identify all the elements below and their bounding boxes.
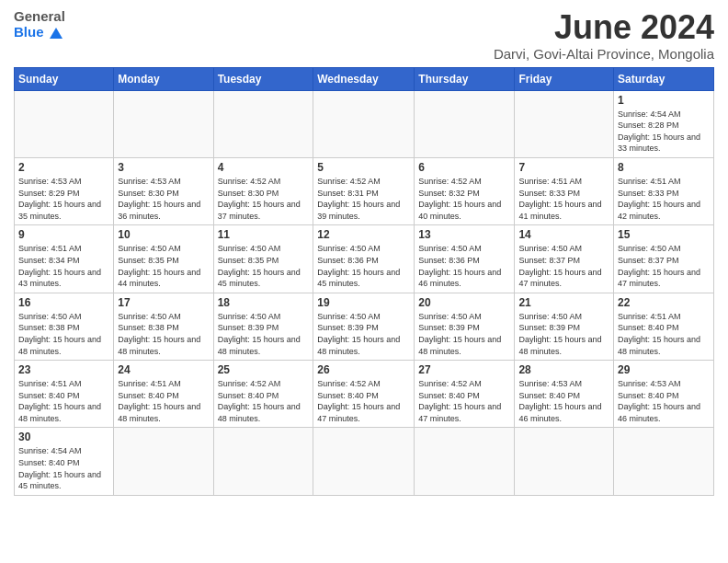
calendar-cell-w6-d7 bbox=[614, 428, 714, 495]
day-info: Sunrise: 4:53 AM Sunset: 8:40 PM Dayligh… bbox=[518, 378, 609, 424]
calendar-cell-w3-d1: 9Sunrise: 4:51 AM Sunset: 8:34 PM Daylig… bbox=[15, 225, 114, 293]
calendar-cell-w2-d1: 2Sunrise: 4:53 AM Sunset: 8:29 PM Daylig… bbox=[15, 157, 114, 224]
calendar-cell-w2-d3: 4Sunrise: 4:52 AM Sunset: 8:30 PM Daylig… bbox=[213, 157, 313, 224]
day-info: Sunrise: 4:53 AM Sunset: 8:30 PM Dayligh… bbox=[118, 176, 209, 222]
calendar-cell-w4-d7: 22Sunrise: 4:51 AM Sunset: 8:40 PM Dayli… bbox=[614, 293, 714, 360]
day-number: 27 bbox=[418, 363, 510, 376]
day-number: 6 bbox=[418, 161, 510, 174]
title-area: June 2024 Darvi, Govi-Altai Province, Mo… bbox=[494, 9, 714, 62]
calendar-week-3: 9Sunrise: 4:51 AM Sunset: 8:34 PM Daylig… bbox=[15, 225, 714, 293]
day-number: 15 bbox=[618, 228, 710, 241]
calendar-week-6: 30Sunrise: 4:54 AM Sunset: 8:40 PM Dayli… bbox=[15, 428, 714, 495]
day-number: 14 bbox=[518, 228, 609, 241]
day-info: Sunrise: 4:50 AM Sunset: 8:35 PM Dayligh… bbox=[218, 243, 310, 289]
day-number: 13 bbox=[418, 228, 510, 241]
day-info: Sunrise: 4:54 AM Sunset: 8:28 PM Dayligh… bbox=[618, 109, 710, 155]
calendar-cell-w6-d5 bbox=[415, 428, 515, 495]
page-header: General Blue June 2024 Darvi, Govi-Altai… bbox=[14, 9, 714, 62]
day-number: 19 bbox=[317, 296, 410, 309]
day-info: Sunrise: 4:50 AM Sunset: 8:37 PM Dayligh… bbox=[518, 243, 609, 289]
calendar-cell-w2-d5: 6Sunrise: 4:52 AM Sunset: 8:32 PM Daylig… bbox=[415, 157, 515, 224]
day-info: Sunrise: 4:51 AM Sunset: 8:40 PM Dayligh… bbox=[618, 311, 710, 357]
day-info: Sunrise: 4:50 AM Sunset: 8:38 PM Dayligh… bbox=[118, 311, 209, 357]
calendar-week-5: 23Sunrise: 4:51 AM Sunset: 8:40 PM Dayli… bbox=[15, 361, 714, 428]
calendar-cell-w5-d2: 24Sunrise: 4:51 AM Sunset: 8:40 PM Dayli… bbox=[114, 361, 213, 428]
day-info: Sunrise: 4:50 AM Sunset: 8:38 PM Dayligh… bbox=[18, 311, 109, 357]
day-number: 26 bbox=[317, 363, 410, 376]
calendar-cell-w3-d6: 14Sunrise: 4:50 AM Sunset: 8:37 PM Dayli… bbox=[515, 225, 614, 293]
calendar-cell-w1-d5 bbox=[415, 90, 515, 157]
calendar-cell-w4-d5: 20Sunrise: 4:50 AM Sunset: 8:39 PM Dayli… bbox=[415, 293, 515, 360]
day-number: 5 bbox=[317, 161, 410, 174]
day-info: Sunrise: 4:53 AM Sunset: 8:29 PM Dayligh… bbox=[18, 176, 109, 222]
day-number: 28 bbox=[518, 363, 609, 376]
calendar-cell-w4-d3: 18Sunrise: 4:50 AM Sunset: 8:39 PM Dayli… bbox=[213, 293, 313, 360]
day-info: Sunrise: 4:52 AM Sunset: 8:40 PM Dayligh… bbox=[317, 378, 410, 424]
day-number: 29 bbox=[618, 363, 710, 376]
logo-blue: Blue bbox=[14, 25, 63, 40]
calendar-cell-w1-d7: 1Sunrise: 4:54 AM Sunset: 8:28 PM Daylig… bbox=[614, 90, 714, 157]
calendar-cell-w1-d1 bbox=[15, 90, 114, 157]
day-info: Sunrise: 4:51 AM Sunset: 8:40 PM Dayligh… bbox=[18, 378, 109, 424]
day-number: 12 bbox=[317, 228, 410, 241]
day-number: 8 bbox=[618, 161, 710, 174]
day-info: Sunrise: 4:51 AM Sunset: 8:34 PM Dayligh… bbox=[18, 243, 109, 289]
day-number: 16 bbox=[18, 296, 109, 309]
calendar-cell-w6-d3 bbox=[213, 428, 313, 495]
day-info: Sunrise: 4:51 AM Sunset: 8:40 PM Dayligh… bbox=[118, 378, 209, 424]
day-number: 1 bbox=[618, 94, 710, 107]
calendar-cell-w4-d6: 21Sunrise: 4:50 AM Sunset: 8:39 PM Dayli… bbox=[515, 293, 614, 360]
calendar-cell-w3-d5: 13Sunrise: 4:50 AM Sunset: 8:36 PM Dayli… bbox=[415, 225, 515, 293]
day-number: 21 bbox=[518, 296, 609, 309]
day-number: 10 bbox=[118, 228, 209, 241]
weekday-header-friday: Friday bbox=[515, 67, 614, 90]
calendar-cell-w4-d2: 17Sunrise: 4:50 AM Sunset: 8:38 PM Dayli… bbox=[114, 293, 213, 360]
day-info: Sunrise: 4:52 AM Sunset: 8:32 PM Dayligh… bbox=[418, 176, 510, 222]
weekday-header-wednesday: Wednesday bbox=[313, 67, 415, 90]
calendar-cell-w3-d7: 15Sunrise: 4:50 AM Sunset: 8:37 PM Dayli… bbox=[614, 225, 714, 293]
calendar-cell-w4-d4: 19Sunrise: 4:50 AM Sunset: 8:39 PM Dayli… bbox=[313, 293, 415, 360]
day-number: 3 bbox=[118, 161, 209, 174]
calendar-cell-w4-d1: 16Sunrise: 4:50 AM Sunset: 8:38 PM Dayli… bbox=[15, 293, 114, 360]
calendar-cell-w1-d2 bbox=[114, 90, 213, 157]
calendar-cell-w6-d1: 30Sunrise: 4:54 AM Sunset: 8:40 PM Dayli… bbox=[15, 428, 114, 495]
day-number: 30 bbox=[18, 431, 109, 443]
month-title: June 2024 bbox=[494, 9, 714, 46]
calendar-cell-w5-d6: 28Sunrise: 4:53 AM Sunset: 8:40 PM Dayli… bbox=[515, 361, 614, 428]
day-info: Sunrise: 4:52 AM Sunset: 8:30 PM Dayligh… bbox=[218, 176, 310, 222]
day-info: Sunrise: 4:50 AM Sunset: 8:35 PM Dayligh… bbox=[118, 243, 209, 289]
logo: General Blue bbox=[14, 9, 65, 40]
weekday-header-saturday: Saturday bbox=[614, 67, 714, 90]
day-info: Sunrise: 4:52 AM Sunset: 8:40 PM Dayligh… bbox=[218, 378, 310, 424]
calendar-cell-w2-d6: 7Sunrise: 4:51 AM Sunset: 8:33 PM Daylig… bbox=[515, 157, 614, 224]
day-info: Sunrise: 4:51 AM Sunset: 8:33 PM Dayligh… bbox=[518, 176, 609, 222]
calendar-cell-w3-d2: 10Sunrise: 4:50 AM Sunset: 8:35 PM Dayli… bbox=[114, 225, 213, 293]
calendar-cell-w3-d3: 11Sunrise: 4:50 AM Sunset: 8:35 PM Dayli… bbox=[213, 225, 313, 293]
calendar-cell-w6-d6 bbox=[515, 428, 614, 495]
day-number: 24 bbox=[118, 363, 209, 376]
day-info: Sunrise: 4:50 AM Sunset: 8:36 PM Dayligh… bbox=[418, 243, 510, 289]
calendar-cell-w1-d3 bbox=[213, 90, 313, 157]
day-info: Sunrise: 4:50 AM Sunset: 8:39 PM Dayligh… bbox=[218, 311, 310, 357]
calendar-cell-w1-d6 bbox=[515, 90, 614, 157]
weekday-header-thursday: Thursday bbox=[415, 67, 515, 90]
day-number: 2 bbox=[18, 161, 109, 174]
day-info: Sunrise: 4:50 AM Sunset: 8:39 PM Dayligh… bbox=[518, 311, 609, 357]
location-subtitle: Darvi, Govi-Altai Province, Mongolia bbox=[494, 46, 714, 62]
calendar-cell-w3-d4: 12Sunrise: 4:50 AM Sunset: 8:36 PM Dayli… bbox=[313, 225, 415, 293]
weekday-header-sunday: Sunday bbox=[15, 67, 114, 90]
calendar-cell-w6-d4 bbox=[313, 428, 415, 495]
calendar-cell-w5-d4: 26Sunrise: 4:52 AM Sunset: 8:40 PM Dayli… bbox=[313, 361, 415, 428]
day-info: Sunrise: 4:52 AM Sunset: 8:40 PM Dayligh… bbox=[418, 378, 510, 424]
day-number: 11 bbox=[218, 228, 310, 241]
calendar-week-4: 16Sunrise: 4:50 AM Sunset: 8:38 PM Dayli… bbox=[15, 293, 714, 360]
calendar-week-1: 1Sunrise: 4:54 AM Sunset: 8:28 PM Daylig… bbox=[15, 90, 714, 157]
calendar-cell-w2-d2: 3Sunrise: 4:53 AM Sunset: 8:30 PM Daylig… bbox=[114, 157, 213, 224]
calendar-cell-w6-d2 bbox=[114, 428, 213, 495]
day-info: Sunrise: 4:50 AM Sunset: 8:36 PM Dayligh… bbox=[317, 243, 410, 289]
day-info: Sunrise: 4:52 AM Sunset: 8:31 PM Dayligh… bbox=[317, 176, 410, 222]
day-number: 4 bbox=[218, 161, 310, 174]
calendar-cell-w5-d7: 29Sunrise: 4:53 AM Sunset: 8:40 PM Dayli… bbox=[614, 361, 714, 428]
day-number: 20 bbox=[418, 296, 510, 309]
calendar-cell-w1-d4 bbox=[313, 90, 415, 157]
